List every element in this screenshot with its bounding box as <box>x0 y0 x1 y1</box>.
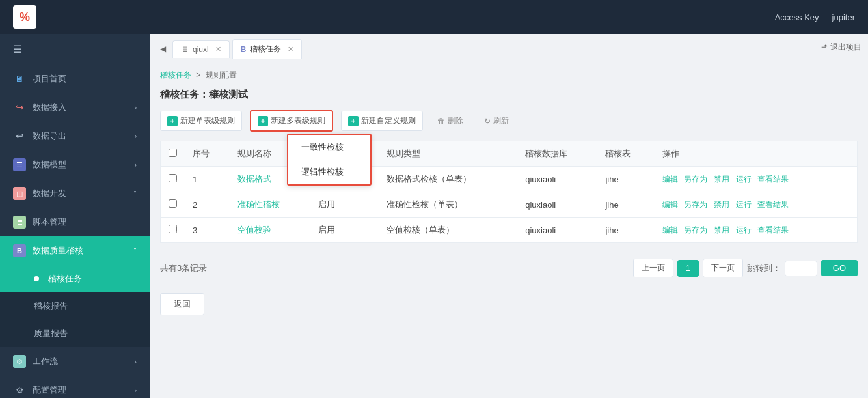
sidebar-label-model: 数据模型 <box>33 159 66 171</box>
next-page-button[interactable]: 下一页 <box>703 259 743 277</box>
action-run-2[interactable]: 运行 <box>736 200 752 209</box>
tab-scroll-left[interactable]: ◀ <box>156 42 170 56</box>
action-run-3[interactable]: 运行 <box>736 225 752 235</box>
row-checkbox-3[interactable] <box>169 225 177 233</box>
sidebar-label-config: 配置管理 <box>33 384 66 396</box>
sidebar-label-home: 项目首页 <box>33 73 66 85</box>
exit-label: 退出项目 <box>830 42 861 53</box>
page-jump-input[interactable] <box>785 261 817 276</box>
action-run-1[interactable]: 运行 <box>736 175 752 184</box>
row-checkbox-1[interactable] <box>169 174 177 182</box>
exit-project[interactable]: ⬏ 退出项目 <box>821 42 861 57</box>
col-seq: 序号 <box>185 141 230 167</box>
row-database-3: qiuxiaoli <box>517 218 597 243</box>
sidebar-item-quality-report[interactable]: 质量报告 <box>0 320 150 347</box>
username-label: jupiter <box>832 12 855 22</box>
dropdown-menu: 一致性检核 逻辑性检核 <box>287 134 372 186</box>
col-rule-type: 规则类型 <box>379 141 517 167</box>
action-disable-3[interactable]: 禁用 <box>714 225 729 235</box>
sidebar-label-import: 数据接入 <box>33 102 66 113</box>
sidebar-item-workflow[interactable]: ⚙ 工作流 › <box>0 347 150 376</box>
row-checkbox-cell <box>161 218 185 243</box>
tab-audit-task-label: 稽核任务 <box>250 44 281 55</box>
col-checkbox <box>161 141 185 167</box>
quality-submenu: 稽核任务 稽核报告 质量报告 <box>0 265 150 347</box>
hamburger-menu[interactable]: ☰ <box>0 34 150 64</box>
script-icon: ≣ <box>13 216 26 229</box>
row-name-2: 准确性稽核 <box>230 192 310 218</box>
dropdown-consistency[interactable]: 一致性检核 <box>288 135 370 160</box>
row-checkbox-2[interactable] <box>169 199 177 208</box>
delete-button[interactable]: 🗑 删除 <box>431 111 470 130</box>
current-page-button[interactable]: 1 <box>677 260 699 277</box>
col-database: 稽核数据库 <box>517 141 597 167</box>
header-right: Access Key jupiter <box>775 12 855 22</box>
new-multi-rule-button[interactable]: + 新建多表级规则 <box>250 110 333 132</box>
arrow-icon-model: › <box>135 162 137 169</box>
sidebar-item-home[interactable]: 🖥 项目首页 <box>0 64 150 93</box>
action-disable-1[interactable]: 禁用 <box>714 175 729 184</box>
row-table-2: jihe <box>597 192 654 218</box>
new-single-rule-button[interactable]: + 新建单表级规则 <box>160 111 242 131</box>
action-result-1[interactable]: 查看结果 <box>757 175 789 184</box>
page-jump: 跳转到： GO <box>747 260 858 276</box>
sidebar-item-data-export[interactable]: ↩ 数据导出 › <box>0 122 150 150</box>
sidebar-item-audit-task[interactable]: 稽核任务 <box>0 265 150 292</box>
action-result-2[interactable]: 查看结果 <box>757 200 789 209</box>
tab-audit-task-close[interactable]: ✕ <box>288 45 293 53</box>
page-content: 稽核任务 > 规则配置 稽核任务：穰核测试 + 新建单表级规则 + 新建多表级规… <box>150 59 868 398</box>
row-type-1: 数据格式检核（单表） <box>379 167 517 192</box>
table-row: 1 数据格式 启用 数据格式检核（单表） qiuxiaoli jihe 编辑 另… <box>161 167 858 192</box>
row-database-1: qiuxiaoli <box>517 167 597 192</box>
col-actions: 操作 <box>655 141 858 167</box>
table-row: 2 准确性稽核 启用 准确性检核（单表） qiuxiaoli jihe 编辑 另… <box>161 192 858 218</box>
monitor-icon: 🖥 <box>13 72 26 85</box>
tab-b-icon: B <box>241 45 247 54</box>
action-edit-3[interactable]: 编辑 <box>662 225 678 235</box>
row-status-3: 启用 <box>310 218 379 243</box>
action-saveas-1[interactable]: 另存为 <box>684 175 707 184</box>
prev-page-button[interactable]: 上一页 <box>633 259 673 277</box>
sidebar-item-script[interactable]: ≣ 脚本管理 <box>0 208 150 236</box>
pagination: 共有3条记录 上一页 1 下一页 跳转到： GO <box>160 253 858 283</box>
action-disable-2[interactable]: 禁用 <box>714 200 729 209</box>
go-button[interactable]: GO <box>821 260 858 276</box>
sidebar-item-audit-report[interactable]: 稽核报告 <box>0 292 150 320</box>
action-edit-1[interactable]: 编辑 <box>662 175 678 184</box>
breadcrumb-separator: > <box>196 70 200 79</box>
datadev-icon: ◫ <box>13 187 26 200</box>
sidebar-item-data-import[interactable]: ↪ 数据接入 › <box>0 93 150 122</box>
tab-qiuxl-close[interactable]: ✕ <box>215 45 221 53</box>
action-edit-2[interactable]: 编辑 <box>662 200 678 209</box>
shield-icon: ☰ <box>13 158 26 171</box>
row-checkbox-cell <box>161 192 185 218</box>
select-all-checkbox[interactable] <box>169 149 177 157</box>
action-result-3[interactable]: 查看结果 <box>757 225 789 235</box>
tab-qiuxl-label: qiuxl <box>193 45 209 54</box>
new-custom-rule-button[interactable]: + 新建自定义规则 <box>341 111 423 131</box>
sidebar-label-quality: 数据质量稽核 <box>33 245 83 257</box>
row-name-3: 空值校验 <box>230 218 310 243</box>
row-table-1: jihe <box>597 167 654 192</box>
refresh-button[interactable]: ↻ 刷新 <box>478 111 515 130</box>
action-saveas-2[interactable]: 另存为 <box>684 200 707 209</box>
tab-qiuxl[interactable]: 🖥 qiuxl ✕ <box>172 40 230 58</box>
sidebar-item-config[interactable]: ⚙ 配置管理 › <box>0 376 150 398</box>
breadcrumb-parent[interactable]: 稽核任务 <box>160 70 191 79</box>
pagination-controls: 上一页 1 下一页 跳转到： GO <box>633 259 858 277</box>
action-saveas-3[interactable]: 另存为 <box>684 225 707 235</box>
sidebar-item-quality[interactable]: B 数据质量稽核 ˅ <box>0 236 150 265</box>
sidebar-item-data-dev[interactable]: ◫ 数据开发 ˅ <box>0 179 150 208</box>
row-database-2: qiuxiaoli <box>517 192 597 218</box>
access-key-label[interactable]: Access Key <box>775 12 819 22</box>
dropdown-logic[interactable]: 逻辑性检核 <box>288 160 370 184</box>
arrow-icon-config: › <box>135 387 137 394</box>
return-button[interactable]: 返回 <box>160 293 204 315</box>
sidebar-item-data-model[interactable]: ☰ 数据模型 › <box>0 150 150 179</box>
tab-audit-task[interactable]: B 稽核任务 ✕ <box>232 39 303 59</box>
new-custom-label: 新建自定义规则 <box>361 115 416 126</box>
trash-icon: 🗑 <box>437 117 445 126</box>
quality-report-label: 质量报告 <box>34 328 68 339</box>
arrow-icon-export: › <box>135 133 137 140</box>
new-single-label: 新建单表级规则 <box>180 115 235 126</box>
